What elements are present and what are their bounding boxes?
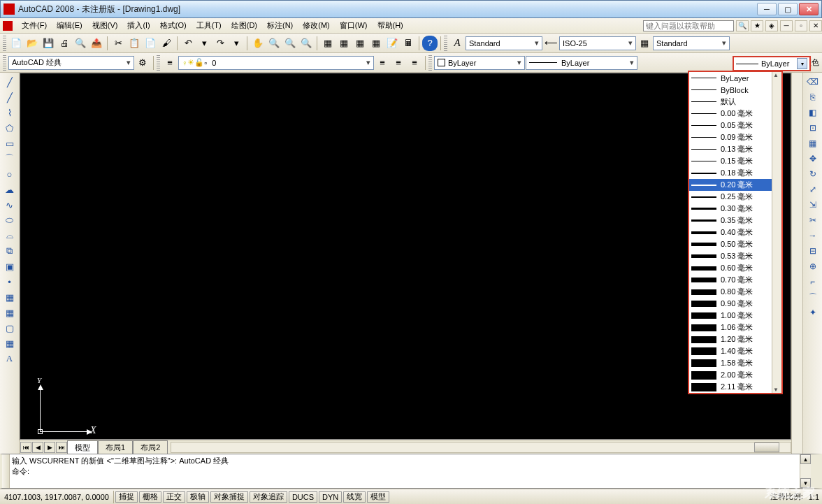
rectangle-tool[interactable]: ▭ [2,136,17,150]
menu-dimension[interactable]: 标注(N) [262,19,298,32]
menu-tools[interactable]: 工具(T) [192,19,226,32]
design-center-button[interactable]: ▦ [336,36,352,51]
construction-line-tool[interactable]: ╱ [2,90,17,104]
undo-dropdown[interactable]: ▾ [196,36,212,51]
properties-grip[interactable] [428,55,432,71]
lineweight-option[interactable]: 0.25 毫米 [689,191,781,203]
circle-tool[interactable]: ○ [2,167,17,181]
text-style-combo[interactable]: Standard▾ [466,36,542,50]
menu-file[interactable]: 文件(F) [17,19,52,32]
minimize-button[interactable]: ─ [757,3,777,15]
join-tool[interactable]: ⊕ [805,259,821,273]
lineweight-option[interactable]: 1.00 毫米 [689,310,781,322]
workspace-settings-button[interactable]: ⚙ [135,55,150,71]
vertical-scrollbar[interactable] [791,73,802,454]
region-tool[interactable]: ▢ [2,321,17,335]
array-tool[interactable]: ▦ [805,136,821,150]
extend-tool[interactable]: → [805,229,821,243]
grid-toggle[interactable]: 栅格 [139,491,161,503]
table-style-icon[interactable]: ▦ [637,36,652,51]
copy-tool[interactable]: ⎘ [805,90,821,104]
zoom-window-button[interactable]: 🔍 [282,36,298,51]
tab-next-button[interactable]: ▶ [44,442,55,453]
insert-block-tool[interactable]: ⧉ [2,244,17,258]
doc-minimize-button[interactable]: ─ [780,20,793,31]
lineweight-option[interactable]: 0.15 毫米 [689,155,781,167]
comm-center-button[interactable]: ◈ [765,20,778,31]
tab-layout1[interactable]: 布局1 [98,440,133,454]
cut-button[interactable]: ✂ [110,36,126,51]
menu-modify[interactable]: 修改(M) [298,19,335,32]
close-button[interactable]: ✕ [799,3,819,15]
lineweight-combo[interactable]: ByLayer▾ [733,56,811,71]
plot-preview-button[interactable]: 🔍 [73,36,88,51]
lineweight-option[interactable]: 默认 [689,96,781,108]
lineweight-option[interactable]: 1.20 毫米 [689,333,781,345]
lineweight-option[interactable]: 1.40 毫米 [689,345,781,357]
lineweight-option[interactable]: 0.50 毫米 [689,238,781,250]
scale-tool[interactable]: ⤢ [805,182,821,196]
gradient-tool[interactable]: ▦ [2,305,17,319]
tab-last-button[interactable]: ⏭ [56,442,67,453]
tab-prev-button[interactable]: ◀ [32,442,43,453]
print-button[interactable]: 🖨 [57,36,72,51]
lineweight-option[interactable]: ByBlock [689,84,781,96]
styles-grip[interactable] [444,36,447,51]
lineweight-option[interactable]: ByLayer [689,72,781,84]
lineweight-option[interactable]: 0.53 毫米 [689,250,781,262]
fillet-tool[interactable]: ⌒ [805,290,821,304]
linetype-combo[interactable]: ByLayer▾ [526,56,637,70]
point-tool[interactable]: • [2,275,17,289]
tab-first-button[interactable]: ⏮ [20,442,31,453]
lineweight-option[interactable]: 0.30 毫米 [689,203,781,215]
redo-dropdown[interactable]: ▾ [229,36,244,51]
workspace-grip[interactable] [3,55,6,71]
move-tool[interactable]: ✥ [805,152,821,166]
coordinates-display[interactable]: 4107.1003, 1917.0087, 0.0000 [0,491,114,503]
explode-tool[interactable]: ✦ [805,305,821,319]
ducs-toggle[interactable]: DUCS [289,491,317,503]
revision-cloud-tool[interactable]: ☁ [2,182,17,196]
lineweight-option[interactable]: 0.60 毫米 [689,262,781,274]
ellipse-tool[interactable]: ⬭ [2,213,17,227]
menu-insert[interactable]: 插入(I) [122,19,154,32]
menu-help[interactable]: 帮助(H) [373,19,408,32]
command-grip[interactable] [2,454,10,488]
new-button[interactable]: 📄 [8,36,24,51]
trim-tool[interactable]: ✂ [805,213,821,227]
layer-states-button[interactable]: ≡ [391,55,406,71]
dim-style-combo[interactable]: ISO-25▾ [559,36,636,50]
snap-toggle[interactable]: 捕捉 [115,491,138,503]
spline-tool[interactable]: ∿ [2,198,17,212]
ellipse-arc-tool[interactable]: ⌓ [2,229,17,243]
lineweight-option[interactable]: 0.70 毫米 [689,274,781,286]
menu-edit[interactable]: 编辑(E) [52,19,87,32]
make-block-tool[interactable]: ▣ [2,259,17,273]
help-search-input[interactable] [643,20,734,31]
osnap-toggle[interactable]: 对象捕捉 [210,491,248,503]
redo-button[interactable]: ↷ [212,36,228,51]
pan-button[interactable]: ✋ [250,36,266,51]
lineweight-option[interactable]: 0.80 毫米 [689,286,781,298]
dyn-toggle[interactable]: DYN [319,491,342,503]
horizontal-scrollbar[interactable] [171,442,791,453]
command-scrollbar[interactable]: ▲▼ [800,454,811,488]
menu-view[interactable]: 视图(V) [87,19,123,32]
zoom-realtime-button[interactable]: 🔍 [266,36,282,51]
layer-previous-button[interactable]: ≡ [375,55,390,71]
sheet-set-button[interactable]: ▦ [368,36,384,51]
menu-format[interactable]: 格式(O) [155,19,192,32]
erase-tool[interactable]: ⌫ [805,75,821,89]
lineweight-option[interactable]: 0.00 毫米 [689,108,781,120]
tab-layout2[interactable]: 布局2 [133,440,168,454]
line-tool[interactable]: ╱ [2,75,17,89]
arc-tool[interactable]: ⌒ [2,152,17,166]
markup-button[interactable]: 📝 [384,36,400,51]
doc-restore-button[interactable]: ▫ [795,20,807,31]
ortho-toggle[interactable]: 正交 [163,491,185,503]
help-button[interactable]: ? [422,36,438,51]
favorites-button[interactable]: ★ [751,20,763,31]
maximize-button[interactable]: ▢ [778,3,798,15]
undo-button[interactable]: ↶ [180,36,196,51]
lineweight-option[interactable]: 0.35 毫米 [689,215,781,226]
